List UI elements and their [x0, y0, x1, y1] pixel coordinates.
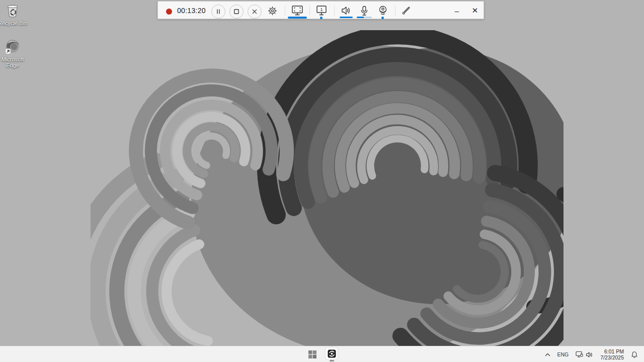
edge-icon [4, 38, 21, 55]
chevron-up-icon [545, 353, 550, 356]
monitor-1-icon: 1 [315, 5, 328, 16]
pause-button[interactable] [211, 5, 225, 19]
wallpaper-bloom [91, 30, 564, 346]
desktop-icon-label: Microsoft Edge [0, 56, 28, 68]
clock[interactable]: 6:01 PM 7/23/2025 [598, 348, 626, 361]
monitor-select-icon [291, 5, 303, 16]
recorder-app-icon [326, 347, 338, 359]
desktop-icon-microsoft-edge[interactable]: Microsoft Edge [0, 38, 29, 68]
notifications-button[interactable] [629, 348, 640, 361]
bell-icon [631, 351, 638, 358]
microphone-level[interactable] [357, 17, 372, 18]
cancel-icon [252, 9, 258, 15]
system-sound-level[interactable] [340, 17, 353, 18]
minimize-icon: – [455, 7, 459, 15]
tray-chevron-button[interactable] [543, 348, 552, 361]
stop-button[interactable] [229, 5, 244, 19]
pause-icon [215, 9, 221, 15]
toolbar-divider [285, 6, 285, 16]
start-button[interactable] [305, 347, 319, 361]
taskbar: ENG 6:01 PM 7/23/2025 [0, 346, 644, 362]
volume-icon [586, 351, 593, 358]
recording-timer: 00:13:20 [177, 2, 206, 20]
toolbar-divider [334, 6, 335, 16]
close-icon: ✕ [472, 6, 478, 15]
cancel-button[interactable] [248, 5, 262, 19]
screen-recorder-toolbar: 00:13:20 [157, 1, 484, 19]
toolbar-divider [309, 6, 310, 16]
clock-date: 7/23/2025 [600, 354, 624, 360]
screen-source-active-bar [288, 17, 307, 19]
windows-start-icon [308, 350, 317, 359]
svg-text:1: 1 [320, 7, 323, 12]
running-app-indicator [330, 360, 334, 361]
stop-icon [233, 9, 239, 15]
annotate-button[interactable] [398, 3, 414, 19]
webcam-active-dot [381, 17, 384, 19]
recycle-bin-icon [4, 2, 21, 19]
pen-icon [400, 5, 412, 16]
close-button[interactable]: ✕ [467, 3, 483, 19]
speaker-icon [341, 6, 352, 16]
clock-time: 6:01 PM [600, 348, 624, 354]
settings-button[interactable] [265, 3, 280, 19]
network-volume-group[interactable] [574, 348, 595, 361]
display-active-dot [320, 17, 323, 19]
language-indicator[interactable]: ENG [555, 348, 571, 361]
minimize-button[interactable]: – [449, 3, 465, 19]
system-tray: ENG 6:01 PM 7/23/2025 [543, 346, 642, 362]
toolbar-divider [395, 6, 395, 16]
recorder-app-button[interactable] [325, 347, 339, 361]
webcam-icon [378, 6, 388, 16]
record-dot [166, 9, 172, 15]
gear-icon [268, 6, 277, 16]
microphone-icon [360, 6, 369, 16]
desktop-icon-label: Recycle Bin [0, 20, 28, 26]
desktop-icon-recycle-bin[interactable]: Recycle Bin [0, 2, 29, 26]
network-icon [576, 351, 583, 358]
